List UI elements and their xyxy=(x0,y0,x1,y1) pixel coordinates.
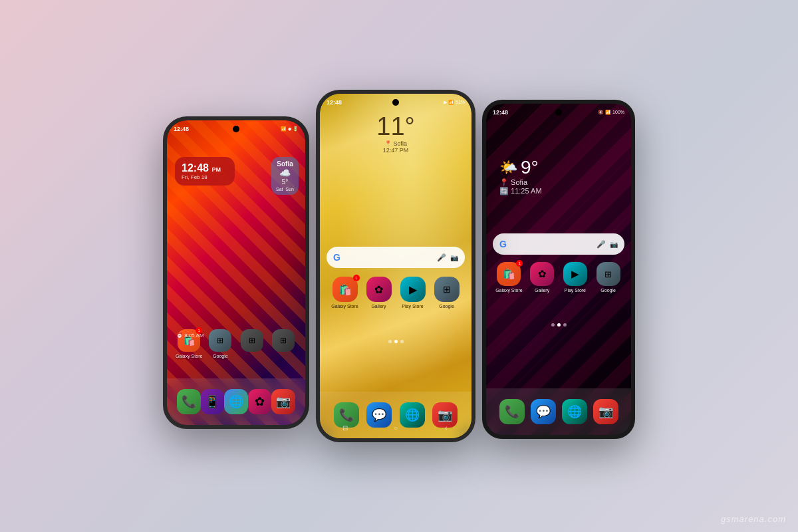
location-center: 📍 Sofia xyxy=(352,140,439,147)
label-gallery-center: Gallery xyxy=(371,304,386,309)
dock-viber-left[interactable]: 📱 xyxy=(201,389,225,414)
label-galaxy-right: Galaxy Store xyxy=(495,288,522,293)
app-grid-right: 🛍️1 Galaxy Store ✿ Gallery ▶ Play Store … xyxy=(486,262,631,293)
status-icons-center: ▶ 📶 51% xyxy=(444,100,465,105)
rdot1 xyxy=(551,323,555,327)
lens-icon-right[interactable]: 📷 xyxy=(610,241,618,248)
dock-samsung-right[interactable]: 🌐 xyxy=(562,399,587,424)
phone-left-screen: 12:48 📶 ◆ 🔋 12:48 PM Fri, Feb 18 Sofia ☁… xyxy=(167,120,305,425)
rdot3 xyxy=(563,323,567,327)
search-bar-center[interactable]: G 🎤 📷 xyxy=(327,247,465,268)
alarm-left: ⏰ 8:05 AM xyxy=(176,332,204,338)
weather-icon-right: 🌤️ xyxy=(499,159,517,176)
label-google-left: Google xyxy=(213,354,228,358)
dock-left: 📞 📱 🌐 ✿ 📷 xyxy=(167,378,305,425)
label-google-right: Google xyxy=(600,288,616,293)
app-grid-center: 🛍️1 Galaxy Store ✿ Gallery ▶ Play Store … xyxy=(320,277,471,309)
clock-widget-right: 🌤️ 9° 📍 Sofia 🔄 11:25 AM xyxy=(499,157,542,196)
time-right: 🔄 11:25 AM xyxy=(499,187,542,196)
google-g-right: G xyxy=(499,239,507,249)
app-galaxy-right[interactable]: 🛍️1 Galaxy Store xyxy=(494,262,524,293)
page-dots-right xyxy=(486,323,631,327)
phone-left: 12:48 📶 ◆ 🔋 12:48 PM Fri, Feb 18 Sofia ☁… xyxy=(163,116,309,429)
status-time-left: 12:48 xyxy=(174,126,189,132)
dock-phone-right[interactable]: 📞 xyxy=(499,399,525,424)
phone-center: 12:48 ▶ 📶 51% 11° 📍 Sofia 12:47 PM G xyxy=(316,90,475,442)
search-bar-right[interactable]: G 🎤 📷 xyxy=(493,233,624,255)
rdot2 xyxy=(557,323,561,327)
clock-time-center: 11° xyxy=(352,114,439,139)
dock-flower-left[interactable]: ✿ xyxy=(248,389,272,414)
dock-chrome-left[interactable]: 🌐 xyxy=(224,389,248,414)
nav-recents[interactable]: ⊟ xyxy=(336,422,354,433)
app-gallery-center[interactable]: ✿ Gallery xyxy=(364,277,394,309)
phones-container: 12:48 📶 ◆ 🔋 12:48 PM Fri, Feb 18 Sofia ☁… xyxy=(0,0,798,532)
app-playstore-right[interactable]: ▶ Play Store xyxy=(561,262,591,293)
app-playstore-center[interactable]: ▶ Play Store xyxy=(398,277,428,309)
app-gallery-right[interactable]: ✿ Gallery xyxy=(527,262,557,293)
label-galaxy-left: Galaxy Store xyxy=(176,354,202,358)
label-playstore-right: Play Store xyxy=(565,288,586,293)
dot1 xyxy=(388,340,392,343)
label-google-center: Google xyxy=(439,304,454,309)
temp-right: 9° xyxy=(521,157,539,178)
nav-home[interactable]: ○ xyxy=(386,422,405,433)
nav-back[interactable]: ‹ xyxy=(437,422,456,433)
app-google-left[interactable]: ⊞ Google xyxy=(206,329,234,358)
dot2 xyxy=(394,340,398,343)
watermark: gsmarena.com xyxy=(721,514,786,524)
dock-camera-left[interactable]: 📷 xyxy=(271,389,295,414)
status-icons-left: 📶 ◆ 🔋 xyxy=(281,126,299,132)
page-dots-center xyxy=(320,340,471,343)
dock-phone-left[interactable]: 📞 xyxy=(177,389,201,414)
dock-camera-right[interactable]: 📷 xyxy=(593,399,618,424)
clock-widget-left: 12:48 PM Fri, Feb 18 xyxy=(175,157,235,186)
badge-galaxy-center: 1 xyxy=(353,275,360,281)
phone-right-screen: 12:48 🔇 📶 100% 🌤️ 9° 📍 Sofia xyxy=(486,104,631,435)
city-right: 📍 Sofia xyxy=(499,178,542,187)
mic-icon-center[interactable]: 🎤 xyxy=(437,253,446,262)
app-google-right[interactable]: ⊞ Google xyxy=(593,262,623,293)
app-extra2-left[interactable]: ⊞ xyxy=(269,329,297,358)
status-time-right: 12:48 xyxy=(493,109,508,116)
dock-right: 📞 💬 🌐 📷 xyxy=(486,388,631,435)
mic-icon-right[interactable]: 🎤 xyxy=(597,240,606,249)
dock-messages-right[interactable]: 💬 xyxy=(531,399,556,424)
label-gallery-right: Gallery xyxy=(535,288,549,293)
label-playstore-center: Play Store xyxy=(402,304,423,309)
status-time-center: 12:48 xyxy=(327,99,342,106)
app-extra1-left[interactable]: ⊞ xyxy=(238,329,266,358)
clock-time-left: 12:48 PM xyxy=(182,162,228,174)
label-galaxy-center: Galaxy Store xyxy=(331,304,358,309)
status-icons-right: 🔇 📶 100% xyxy=(598,110,624,115)
app-galaxy-center[interactable]: 🛍️1 Galaxy Store xyxy=(330,277,360,309)
status-bar-center: 12:48 ▶ 📶 51% xyxy=(320,94,471,108)
weather-widget-left: Sofia ☁️ 5° Sat Sun xyxy=(271,157,299,195)
dot3 xyxy=(400,340,404,343)
datetime-center: 12:47 PM xyxy=(352,147,439,154)
badge-galaxy-right: 1 xyxy=(516,260,523,267)
app-google-center[interactable]: ⊞ Google xyxy=(432,277,462,309)
lens-icon-center[interactable]: 📷 xyxy=(450,254,458,261)
punch-hole-right xyxy=(555,109,562,116)
google-g-center: G xyxy=(333,252,340,263)
phone-center-screen: 12:48 ▶ 📶 51% 11° 📍 Sofia 12:47 PM G xyxy=(320,94,471,438)
nav-bar-center: ⊟ ○ ‹ xyxy=(320,420,471,438)
punch-hole-left xyxy=(233,126,239,132)
clock-widget-center: 11° 📍 Sofia 12:47 PM xyxy=(352,114,439,154)
clock-date-left: Fri, Feb 18 xyxy=(182,174,228,180)
phone-right: 12:48 🔇 📶 100% 🌤️ 9° 📍 Sofia xyxy=(482,100,635,439)
weather-temp-left: Sofia xyxy=(276,160,294,168)
